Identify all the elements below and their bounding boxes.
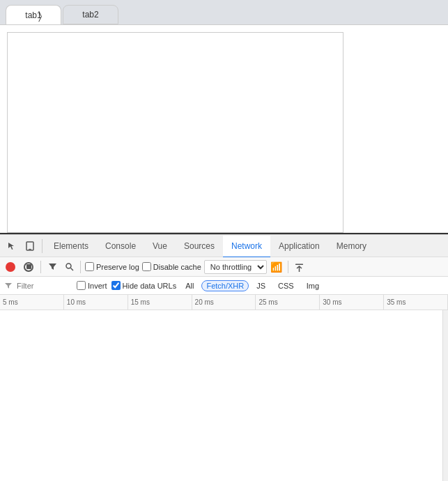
tick-10ms: 10 ms [64,295,128,310]
disable-cache-checkbox[interactable] [142,262,151,271]
timeline-ruler: 5 ms 10 ms 15 ms 20 ms 25 ms 30 ms 35 ms [0,295,448,310]
toolbar-separator [42,239,43,253]
browser-tab-1[interactable]: tab1 [6,5,61,24]
timeline-header: 5 ms 10 ms 15 ms 20 ms 25 ms 30 ms 35 ms [0,295,448,310]
scrollbar-vertical[interactable] [442,310,448,481]
filter-bar: Invert Hide data URLs All Fetch/XHR JS C… [0,277,448,295]
svg-point-2 [66,264,71,268]
import-button[interactable] [293,260,307,274]
invert-checkbox[interactable] [77,281,86,290]
tab-vue[interactable]: Vue [144,236,176,257]
network-toolbar: Preserve log Disable cache No throttling… [0,257,448,277]
filter-type-group: All Fetch/XHR JS CSS Img [180,280,324,291]
viewport-inner [7,32,343,233]
wifi-icon[interactable]: 📶 [270,260,284,274]
search-button[interactable] [62,260,76,274]
tick-30ms: 30 ms [320,295,384,310]
tab-application[interactable]: Application [270,236,328,257]
filter-img-button[interactable]: Img [302,280,324,291]
tab-elements[interactable]: Elements [45,236,97,257]
browser-tab-2[interactable]: tab2 [63,5,118,24]
tab-sources[interactable]: Sources [176,236,223,257]
record-icon [6,262,15,272]
svg-rect-1 [29,249,31,250]
devtools-top-toolbar: Elements Console Vue Sources Network App… [0,235,448,257]
inspect-element-button[interactable] [3,238,20,254]
filter-js-button[interactable]: JS [252,280,270,291]
tick-25ms: 25 ms [256,295,320,310]
filter-all-button[interactable]: All [180,280,199,291]
devtools-panel: Elements Console Vue Sources Network App… [0,234,448,481]
svg-rect-4 [295,264,303,265]
stop-inner-icon [26,264,31,269]
tick-15ms: 15 ms [128,295,192,310]
filter-icon [4,282,13,290]
filter-css-button[interactable]: CSS [273,280,299,291]
throttle-select[interactable]: No throttling [204,260,267,274]
devtools-tabs: Elements Console Vue Sources Network App… [45,235,445,257]
record-button[interactable] [3,259,18,275]
tab-console[interactable]: Console [97,236,144,257]
viewport [0,25,448,234]
tick-5ms: 5 ms [0,295,64,310]
browser-tab-2-label: tab2 [82,10,98,20]
tab-memory[interactable]: Memory [328,236,375,257]
separator-1 [40,261,41,273]
tick-20ms: 20 ms [192,295,256,310]
filter-input[interactable] [17,282,72,290]
filter-fetch-xhr-button[interactable]: Fetch/XHR [201,280,249,291]
hide-data-urls-label[interactable]: Hide data URLs [111,281,177,290]
filter-button[interactable] [45,260,59,274]
invert-label[interactable]: Invert [77,281,107,290]
disable-cache-label[interactable]: Disable cache [142,262,201,271]
hide-data-urls-checkbox[interactable] [111,281,121,290]
stop-icon [24,262,33,272]
device-toolbar-button[interactable] [22,238,38,254]
separator-2 [80,261,81,273]
browser-tab-1-label: tab1 [25,10,41,20]
network-content [0,310,448,481]
preserve-log-checkbox[interactable] [85,262,94,271]
clear-button[interactable] [21,259,36,275]
tab-network[interactable]: Network [223,236,270,257]
browser-tab-bar: tab1 tab2 〉 [0,0,448,25]
separator-3 [288,261,288,273]
tick-35ms: 35 ms [384,295,448,310]
preserve-log-label[interactable]: Preserve log [85,262,139,271]
svg-line-3 [70,268,73,271]
